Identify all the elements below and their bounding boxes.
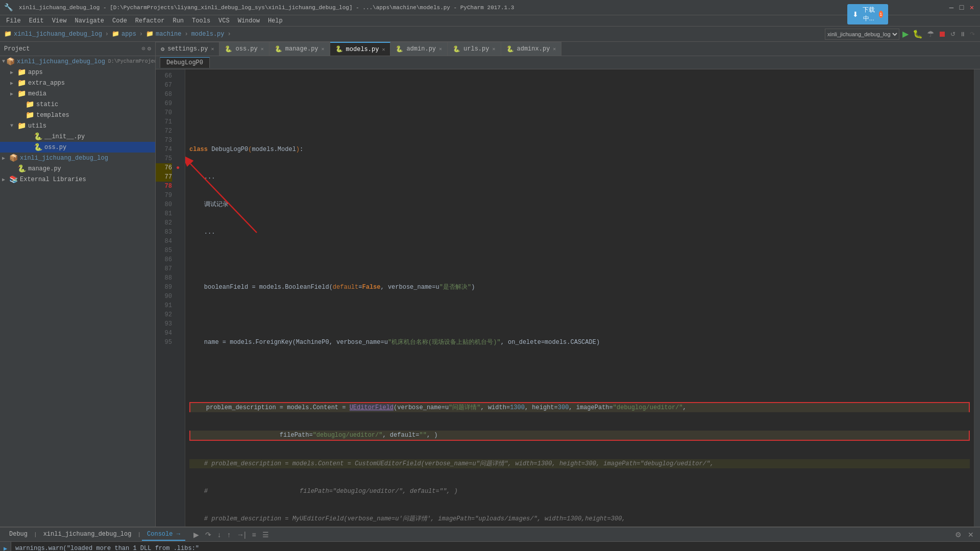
tab-settings-close[interactable]: ✕	[211, 46, 214, 52]
menu-window[interactable]: Window	[234, 16, 264, 26]
debug-tab-run[interactable]: xinli_jichuang_debug_log	[38, 529, 137, 541]
tree-media[interactable]: ▶ 📁 media	[0, 88, 155, 99]
tab-manage-close[interactable]: ✕	[322, 46, 325, 52]
tree-extra-apps[interactable]: ▶ 📁 extra_apps	[0, 78, 155, 88]
extra-apps-arrow: ▶	[10, 80, 16, 86]
tab-adminx-close[interactable]: ✕	[553, 46, 556, 52]
debug-resume-btn[interactable]: ▶	[191, 530, 201, 540]
root-path: D:\PycharmProjects\liyang_xinl...	[108, 59, 156, 64]
debug-toolbar: Debug | xinli_jichuang_debug_log | Conso…	[0, 528, 980, 542]
debug-tab-console[interactable]: Console →	[142, 529, 185, 541]
line-num-91: 91	[156, 301, 172, 310]
tree-apps[interactable]: ▶ 📁 apps	[0, 67, 155, 78]
maximize-button[interactable]: □	[958, 4, 966, 12]
tab-admin-close[interactable]: ✕	[439, 46, 442, 52]
menu-bar: File Edit View Navigate Code Refactor Ru…	[0, 15, 980, 27]
editor-sub-tab[interactable]: DebugLogP0	[160, 57, 210, 68]
line-num-93: 93	[156, 319, 172, 329]
debug-step-out-btn[interactable]: ↑	[225, 530, 233, 540]
menu-code[interactable]: Code	[108, 16, 131, 26]
debug-step-into-btn[interactable]: ↓	[215, 530, 223, 540]
tab-manage[interactable]: 🐍 manage.py ✕	[270, 42, 330, 56]
apps-folder-icon: 📁	[17, 68, 26, 77]
tab-urls-close[interactable]: ✕	[492, 46, 495, 52]
menu-refactor[interactable]: Refactor	[131, 16, 169, 26]
menu-vcs[interactable]: VCS	[214, 16, 234, 26]
tree-templates[interactable]: 📁 templates	[0, 110, 155, 120]
project-panel-title: Project	[4, 45, 30, 53]
debug-evaluate-btn[interactable]: ≡	[250, 530, 258, 540]
coverage-button[interactable]: ☂	[926, 28, 935, 40]
tab-urls[interactable]: 🐍 urls.py ✕	[448, 42, 501, 56]
pause-button[interactable]: ⏸	[959, 30, 967, 39]
media-arrow: ▶	[10, 91, 16, 97]
console-output[interactable]: warnings.warn("loaded more than 1 DLL fr…	[11, 542, 980, 551]
line-num-75: 75	[156, 154, 172, 163]
xinli-pkg-icon: 📦	[9, 154, 18, 162]
manage-tree-label: manage.py	[28, 165, 61, 172]
menu-run[interactable]: Run	[168, 16, 188, 26]
menu-navigate[interactable]: Navigate	[70, 16, 108, 26]
tab-adminx[interactable]: 🐍 adminx.py ✕	[501, 42, 562, 56]
debug-tab-sep2: |	[137, 532, 141, 538]
line-num-85: 85	[156, 246, 172, 255]
debug-button[interactable]: 🐛	[912, 28, 924, 40]
ext-libs-label: External Libraries	[20, 176, 86, 183]
debug-frames-btn[interactable]: ☰	[260, 530, 271, 540]
breadcrumb-machine[interactable]: machine	[156, 31, 181, 38]
breadcrumb-apps[interactable]: apps	[121, 31, 136, 38]
code-line-69: 调试记录	[189, 200, 970, 209]
debug-run-to-cursor-btn[interactable]: →|	[235, 530, 248, 540]
gear-icon[interactable]: ⚙	[148, 45, 151, 53]
run-button[interactable]: ▶	[901, 28, 910, 40]
tab-oss[interactable]: 🐍 oss.py ✕	[219, 42, 269, 56]
menu-file[interactable]: File	[2, 16, 25, 26]
menu-tools[interactable]: Tools	[188, 16, 214, 26]
tab-settings[interactable]: ⚙ settings.py ✕	[156, 42, 219, 56]
debug-settings-btn[interactable]: ⚙	[953, 530, 964, 540]
debug-close-panel-btn[interactable]: ✕	[966, 530, 976, 540]
tree-utils[interactable]: ▼ 📁 utils	[0, 120, 155, 131]
menu-help[interactable]: Help	[264, 16, 287, 26]
tab-urls-label: urls.py	[463, 45, 489, 53]
tree-oss[interactable]: 🐍 oss.py	[0, 142, 155, 153]
tab-models-close[interactable]: ✕	[382, 46, 385, 53]
debug-step-over-btn[interactable]: ↷	[203, 530, 213, 540]
rerun-button[interactable]: ↺	[949, 30, 957, 39]
download-button[interactable]: ⬇ 下载中... 1	[847, 4, 888, 24]
tree-manage[interactable]: 🐍 manage.py	[0, 163, 155, 174]
code-content[interactable]: class DebugLogP0(models.Model): ... 调试记录…	[185, 69, 974, 527]
breadcrumb-sep4: ›	[227, 31, 231, 38]
run-config-selector[interactable]: xinli_jichuang_debug_log	[825, 29, 899, 40]
tab-models[interactable]: 🐍 models.py ✕	[330, 42, 391, 56]
collapse-arrow: ▼	[2, 59, 5, 64]
menu-edit[interactable]: Edit	[25, 16, 48, 26]
minimize-button[interactable]: —	[947, 4, 955, 12]
debug-tabs: Debug | xinli_jichuang_debug_log | Conso…	[4, 529, 185, 541]
project-panel-header: Project ⊙ ⚙	[0, 42, 156, 56]
debug-tab-debug[interactable]: Debug	[4, 529, 33, 541]
sync-icon[interactable]: ⊙	[142, 45, 145, 53]
breadcrumb-project[interactable]: xinli_jichuang_debug_log	[14, 31, 102, 38]
breadcrumb-sep2: ›	[139, 31, 143, 38]
tree-init[interactable]: 🐍 __init__.py	[0, 131, 155, 142]
breadcrumb-sep3: ›	[184, 31, 188, 38]
menu-view[interactable]: View	[48, 16, 71, 26]
utils-icon: 📁	[17, 121, 26, 130]
tree-ext-libs[interactable]: ▶ 📚 External Libraries	[0, 174, 155, 185]
models-file-icon: 🐍	[335, 45, 343, 53]
tab-admin[interactable]: 🐍 admin.py ✕	[390, 42, 448, 56]
tree-xinli-package[interactable]: ▶ 📦 xinli_jichuang_debug_log	[0, 153, 155, 163]
debug-side-run-btn[interactable]: ▶	[1, 544, 10, 551]
debug-content-area: ▶ ⏸ ⏹ ↺ 📌 warnings.warn("loaded more tha…	[0, 542, 980, 551]
tree-static[interactable]: 📁 static	[0, 99, 155, 110]
tab-settings-label: settings.py	[167, 45, 208, 53]
tab-oss-close[interactable]: ✕	[261, 46, 264, 52]
breadcrumb-models[interactable]: models.py	[191, 31, 225, 38]
stop-button[interactable]: ⏹	[937, 29, 947, 40]
utils-label: utils	[28, 122, 46, 130]
close-button[interactable]: ✕	[968, 4, 976, 12]
debug-panel-controls: ⚙ ✕	[953, 530, 976, 540]
line-num-71: 71	[156, 117, 172, 127]
tree-root[interactable]: ▼ 📦 xinli_jichuang_debug_log D:\PycharmP…	[0, 56, 155, 67]
